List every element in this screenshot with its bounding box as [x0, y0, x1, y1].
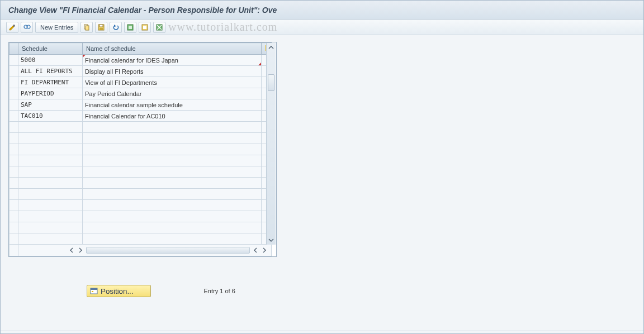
- row-selector[interactable]: [10, 178, 18, 189]
- cell-schedule[interactable]: [18, 155, 83, 166]
- row-selector[interactable]: [10, 189, 18, 200]
- cell-name[interactable]: Financial calendar sample schedule: [83, 99, 262, 111]
- deselect-button[interactable]: [153, 22, 165, 33]
- cell-schedule[interactable]: [18, 144, 83, 155]
- cell-name[interactable]: [83, 233, 262, 245]
- app-window: Change View "FI Financial Calendar - Per…: [0, 0, 644, 334]
- page-title: Change View "FI Financial Calendar - Per…: [8, 6, 277, 15]
- row-selector[interactable]: [10, 166, 18, 178]
- cell-schedule[interactable]: [18, 222, 83, 233]
- select-block-button[interactable]: [139, 22, 151, 33]
- vscroll-up-button[interactable]: [267, 43, 276, 52]
- cell-schedule[interactable]: [18, 189, 83, 200]
- svg-rect-9: [129, 26, 132, 29]
- table-header-row: Schedule Name of schedule: [10, 43, 272, 55]
- horizontal-scroll: [10, 245, 272, 256]
- cell-schedule[interactable]: SAP: [18, 99, 83, 111]
- svg-rect-19: [92, 291, 93, 292]
- cell-name[interactable]: [83, 166, 262, 178]
- hscroll-right2-button[interactable]: [260, 246, 269, 255]
- cell-name[interactable]: [83, 155, 262, 166]
- table-row: FI DEPARTMENTView of all FI Departments: [10, 77, 272, 88]
- row-selector[interactable]: [10, 99, 18, 111]
- cell-name[interactable]: Financial Calendar for AC010: [83, 111, 262, 122]
- position-icon: [89, 287, 98, 295]
- hscroll-right-button[interactable]: [76, 246, 85, 255]
- row-selector[interactable]: [10, 233, 18, 245]
- table-row: ALL FI REPORTSDisplay all FI Reports: [10, 66, 272, 77]
- cell-name[interactable]: [83, 222, 262, 233]
- vscroll-down-button[interactable]: [267, 236, 276, 245]
- detail-button[interactable]: [21, 22, 33, 33]
- cell-schedule[interactable]: [18, 233, 83, 245]
- row-selector[interactable]: [10, 155, 18, 166]
- bottom-divider: [1, 331, 643, 331]
- table-row: SAPFinancial calendar sample schedule: [10, 99, 272, 111]
- svg-rect-11: [143, 26, 146, 29]
- cell-schedule[interactable]: FI DEPARTMENT: [18, 77, 83, 88]
- table-row: TAC010Financial Calendar for AC010: [10, 111, 272, 122]
- watermark-text: www.tutorialkart.com: [168, 21, 277, 34]
- table-row-empty: [10, 166, 272, 178]
- cell-name[interactable]: [83, 211, 262, 222]
- table-body: 5000Financial calendar for IDES JapanALL…: [10, 55, 272, 245]
- row-selector[interactable]: [10, 122, 18, 133]
- table-row-empty: [10, 222, 272, 233]
- col-header-name[interactable]: Name of schedule: [83, 43, 262, 55]
- cell-name[interactable]: [83, 189, 262, 200]
- cell-schedule[interactable]: 5000: [18, 55, 83, 66]
- select-all-button[interactable]: [124, 22, 136, 33]
- title-bar: Change View "FI Financial Calendar - Per…: [1, 1, 643, 20]
- row-selector[interactable]: [10, 222, 18, 233]
- cell-name[interactable]: [83, 133, 262, 144]
- cell-schedule[interactable]: [18, 166, 83, 178]
- cell-schedule[interactable]: ALL FI REPORTS: [18, 66, 83, 77]
- row-selector[interactable]: [10, 200, 18, 211]
- cell-name[interactable]: Pay Period Calendar: [83, 88, 262, 99]
- toggle-edit-button[interactable]: [6, 22, 18, 33]
- cell-name[interactable]: Display all FI Reports: [83, 66, 262, 77]
- vscroll-thumb[interactable]: [268, 74, 274, 91]
- cell-name[interactable]: [83, 200, 262, 211]
- svg-rect-18: [91, 288, 97, 290]
- cell-schedule[interactable]: [18, 211, 83, 222]
- row-selector[interactable]: [10, 77, 18, 88]
- cell-schedule[interactable]: [18, 178, 83, 189]
- vertical-scrollbar[interactable]: [266, 43, 276, 245]
- row-selector[interactable]: [10, 88, 18, 99]
- row-selector[interactable]: [10, 211, 18, 222]
- row-selector[interactable]: [10, 144, 18, 155]
- table-row-empty: [10, 122, 272, 133]
- cell-name[interactable]: View of all FI Departments: [83, 77, 262, 88]
- footer-bar: Position... Entry 1 of 6: [8, 285, 636, 297]
- cell-name[interactable]: [83, 178, 262, 189]
- cell-schedule[interactable]: [18, 200, 83, 211]
- row-selector[interactable]: [10, 111, 18, 122]
- position-button[interactable]: Position...: [87, 285, 151, 297]
- cell-schedule[interactable]: PAYPERIOD: [18, 88, 83, 99]
- row-selector[interactable]: [10, 66, 18, 77]
- col-header-schedule[interactable]: Schedule: [18, 43, 83, 55]
- row-selector[interactable]: [10, 55, 18, 66]
- table-row: 5000Financial calendar for IDES Japan: [10, 55, 272, 66]
- hscroll-left2-button[interactable]: [251, 246, 260, 255]
- undo-button[interactable]: [110, 22, 122, 33]
- cell-name[interactable]: [83, 144, 262, 155]
- new-entries-button[interactable]: New Entries: [35, 22, 78, 33]
- save-button[interactable]: [95, 22, 107, 33]
- cell-schedule[interactable]: TAC010: [18, 111, 83, 122]
- cell-name[interactable]: Financial calendar for IDES Japan: [83, 55, 262, 66]
- row-selector[interactable]: [10, 133, 18, 144]
- cell-schedule[interactable]: [18, 133, 83, 144]
- vscroll-track[interactable]: [267, 52, 276, 236]
- cell-schedule[interactable]: [18, 122, 83, 133]
- toolbar: New Entries www.tutorialkart.com: [1, 20, 643, 35]
- copy-button[interactable]: [80, 22, 93, 33]
- entry-count-text: Entry 1 of 6: [204, 288, 235, 294]
- row-selector-header[interactable]: [10, 43, 18, 55]
- table-row-empty: [10, 133, 272, 144]
- table-row-empty: [10, 144, 272, 155]
- hscroll-left-button[interactable]: [67, 246, 76, 255]
- hscroll-track[interactable]: [86, 247, 250, 254]
- cell-name[interactable]: [83, 122, 262, 133]
